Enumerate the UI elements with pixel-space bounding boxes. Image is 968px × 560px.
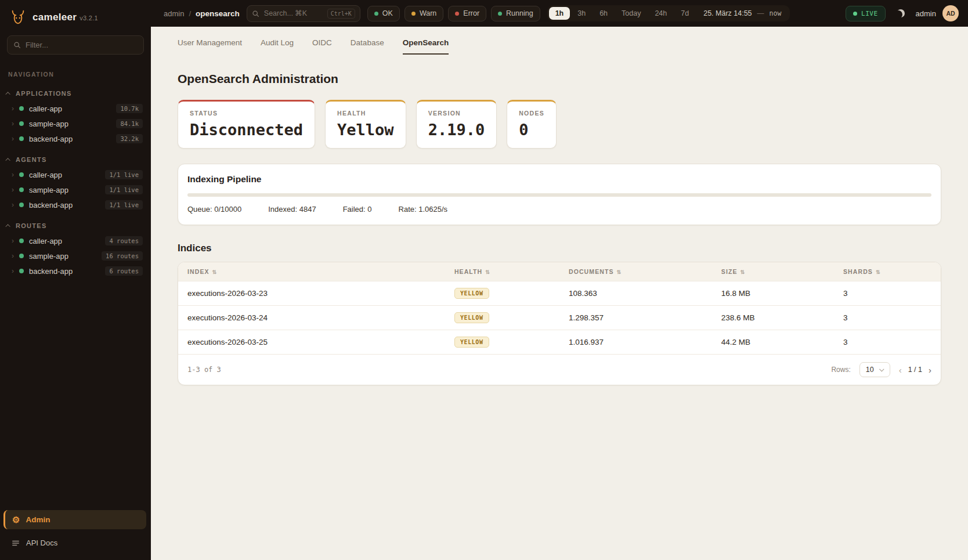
section-header-applications[interactable]: APPLICATIONS xyxy=(0,88,151,101)
tab-audit-log[interactable]: Audit Log xyxy=(261,38,294,55)
time-range-7d[interactable]: 7d xyxy=(674,7,695,20)
column-header-shards[interactable]: SHARDS⇅ xyxy=(834,262,941,281)
time-range-picker: 1h 3h 6h Today 24h 7d 25. März 14:55 — n… xyxy=(547,5,790,21)
content-area: admin / opensearch Ctrl+K OK xyxy=(151,0,968,560)
tab-user-management[interactable]: User Management xyxy=(178,38,242,55)
sidebar-item-label: sample-app xyxy=(29,252,68,261)
cell-index: executions-2026-03-25 xyxy=(178,330,445,355)
status-filters: OK Warn Error Running xyxy=(367,6,540,21)
section-label: APPLICATIONS xyxy=(16,90,72,97)
table-row[interactable]: executions-2026-03-23 YELLOW 108.363 16.… xyxy=(178,281,941,306)
filter-ok[interactable]: OK xyxy=(367,6,400,21)
filter-input[interactable] xyxy=(26,41,138,49)
sidebar-item-label: backend-app xyxy=(29,135,73,143)
sidebar-item-badge: 1/1 live xyxy=(105,185,143,194)
filter-running-label: Running xyxy=(506,9,533,17)
topbar-right: LIVE admin AD xyxy=(846,5,959,22)
time-range-3h[interactable]: 3h xyxy=(571,7,592,20)
sidebar-item-label: backend-app xyxy=(29,201,73,209)
rows-per-page-select[interactable]: 10 xyxy=(859,362,890,377)
section-label: AGENTS xyxy=(16,156,47,163)
time-range-6h[interactable]: 6h xyxy=(593,7,614,20)
sort-icon: ⇅ xyxy=(876,269,881,275)
breadcrumb-parent[interactable]: admin xyxy=(164,9,184,18)
table-row[interactable]: executions-2026-03-25 YELLOW 1.016.937 4… xyxy=(178,330,941,355)
column-header-health[interactable]: HEALTH⇅ xyxy=(445,262,559,281)
sidebar-item-agent-sample-app[interactable]: › sample-app 1/1 live xyxy=(0,182,151,197)
sidebar-item-caller-app[interactable]: › caller-app 10.7k xyxy=(0,101,151,116)
filter-error[interactable]: Error xyxy=(448,6,486,21)
filter-error-label: Error xyxy=(463,9,479,17)
sidebar-item-sample-app[interactable]: › sample-app 84.1k xyxy=(0,116,151,131)
column-header-index[interactable]: INDEX⇅ xyxy=(178,262,445,281)
stat-label: STATUS xyxy=(190,110,303,117)
column-header-size[interactable]: SIZE⇅ xyxy=(712,262,834,281)
tab-opensearch[interactable]: OpenSearch xyxy=(403,38,449,55)
avatar[interactable]: AD xyxy=(942,5,959,21)
time-range-1h[interactable]: 1h xyxy=(549,7,570,20)
next-page-button[interactable]: › xyxy=(929,366,931,374)
sidebar: cameleerv3.2.1 NAVIGATION APPLICATIONS xyxy=(0,0,151,560)
global-search[interactable]: Ctrl+K xyxy=(247,5,360,22)
theme-toggle[interactable] xyxy=(892,5,909,22)
section-applications: APPLICATIONS › caller-app 10.7k › sample… xyxy=(0,88,151,146)
section-header-agents[interactable]: AGENTS xyxy=(0,154,151,167)
live-label: LIVE xyxy=(861,10,878,17)
stat-card-version: VERSION 2.19.0 xyxy=(416,100,497,149)
filter-warn[interactable]: Warn xyxy=(404,6,443,21)
sidebar-item-route-backend-app[interactable]: › backend-app 6 routes xyxy=(0,263,151,279)
live-status-dot xyxy=(853,12,857,16)
breadcrumb-current: opensearch xyxy=(196,9,240,18)
sidebar-item-agent-caller-app[interactable]: › caller-app 1/1 live xyxy=(0,167,151,182)
pipeline-stat-rate: Rate: 1.0625/s xyxy=(399,205,448,214)
pipeline-stat-failed: Failed: 0 xyxy=(343,205,372,214)
health-badge: YELLOW xyxy=(454,312,489,323)
search-icon xyxy=(252,10,259,17)
sidebar-item-label: caller-app xyxy=(29,171,62,179)
status-dot xyxy=(19,203,24,207)
tab-database[interactable]: Database xyxy=(351,38,384,55)
api-docs-label: API Docs xyxy=(26,539,57,547)
pipeline-stats: Queue: 0/10000 Indexed: 4847 Failed: 0 R… xyxy=(187,205,931,214)
live-toggle[interactable]: LIVE xyxy=(846,6,886,21)
global-search-input[interactable] xyxy=(264,9,323,17)
logo[interactable]: cameleerv3.2.1 xyxy=(0,0,151,33)
indices-title: Indices xyxy=(178,243,941,254)
cell-documents: 1.016.937 xyxy=(559,330,712,355)
chevron-right-icon: › xyxy=(12,135,14,142)
time-range-today[interactable]: Today xyxy=(615,7,647,20)
tab-oidc[interactable]: OIDC xyxy=(312,38,332,55)
table-footer: 1-3 of 3 Rows: 10 ‹ 1 / 1 › xyxy=(178,354,941,385)
error-status-dot xyxy=(455,12,459,16)
time-range-24h[interactable]: 24h xyxy=(648,7,673,20)
filter-running[interactable]: Running xyxy=(491,6,540,21)
prev-page-button[interactable]: ‹ xyxy=(899,366,902,374)
health-badge: YELLOW xyxy=(454,337,489,348)
user-name: admin xyxy=(916,9,936,18)
sidebar-item-api-docs[interactable]: API Docs xyxy=(0,534,151,552)
status-dot xyxy=(19,136,24,141)
sidebar-item-agent-backend-app[interactable]: › backend-app 1/1 live xyxy=(0,197,151,212)
sidebar-item-label: caller-app xyxy=(29,237,62,245)
sidebar-item-backend-app[interactable]: › backend-app 32.2k xyxy=(0,131,151,146)
sidebar-item-route-caller-app[interactable]: › caller-app 4 routes xyxy=(0,233,151,248)
column-header-documents[interactable]: DOCUMENTS⇅ xyxy=(559,262,712,281)
sort-icon: ⇅ xyxy=(485,269,490,275)
status-dot xyxy=(19,269,24,273)
sidebar-item-badge: 1/1 live xyxy=(105,170,143,179)
indexing-pipeline-card: Indexing Pipeline Queue: 0/10000 Indexed… xyxy=(178,164,941,225)
sidebar-footer: ⚙ Admin API Docs xyxy=(0,507,151,560)
sort-icon: ⇅ xyxy=(741,269,746,275)
chevron-up-icon xyxy=(5,224,10,229)
sidebar-item-route-sample-app[interactable]: › sample-app 16 routes xyxy=(0,248,151,263)
section-agents: AGENTS › caller-app 1/1 live › sample-ap… xyxy=(0,154,151,212)
table-row[interactable]: executions-2026-03-24 YELLOW 1.298.357 2… xyxy=(178,306,941,330)
sidebar-filter[interactable] xyxy=(7,35,144,55)
cell-health: YELLOW xyxy=(445,281,559,306)
status-dot xyxy=(19,172,24,177)
section-header-routes[interactable]: ROUTES xyxy=(0,221,151,233)
status-dot xyxy=(19,121,24,126)
chevron-right-icon: › xyxy=(12,201,14,208)
date-range-display[interactable]: 25. März 14:55 — now xyxy=(696,9,788,17)
sidebar-item-admin[interactable]: ⚙ Admin xyxy=(3,510,146,529)
